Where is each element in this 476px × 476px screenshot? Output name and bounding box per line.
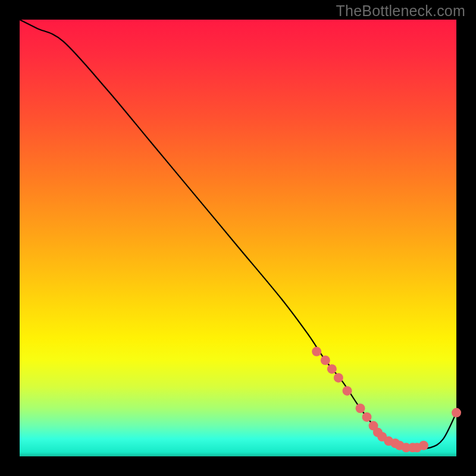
highlighted-point bbox=[312, 347, 321, 356]
chart-frame: TheBottleneck.com bbox=[0, 0, 476, 476]
highlighted-point bbox=[327, 364, 337, 374]
highlighted-point bbox=[452, 408, 461, 418]
watermark-text: TheBottleneck.com bbox=[336, 2, 465, 20]
highlighted-point bbox=[356, 403, 365, 413]
highlighted-point bbox=[334, 373, 343, 383]
highlighted-points-group bbox=[312, 347, 461, 452]
bottleneck-curve-line bbox=[20, 20, 456, 449]
highlighted-point bbox=[362, 412, 372, 422]
chart-svg bbox=[20, 20, 456, 456]
highlighted-point bbox=[419, 441, 428, 450]
highlighted-point bbox=[321, 356, 330, 365]
highlighted-point bbox=[343, 386, 352, 396]
plot-area bbox=[20, 20, 456, 456]
